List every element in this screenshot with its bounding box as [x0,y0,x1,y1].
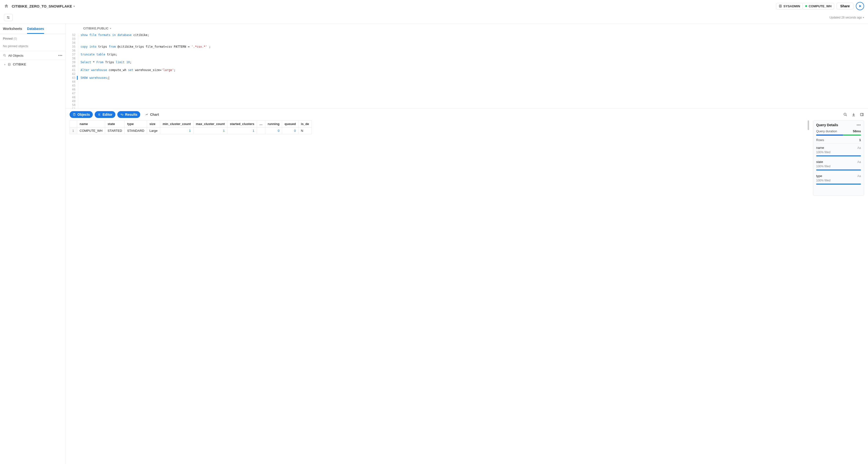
pill-results[interactable]: Results [117,111,141,118]
updated-text: Updated 28 seconds ago [830,16,862,19]
cell[interactable]: 1 [227,127,257,134]
tab-worksheets[interactable]: Worksheets [3,27,22,34]
pill-label: Objects [78,112,90,117]
cell[interactable]: STANDARD [125,127,147,134]
code-line[interactable] [81,37,868,41]
column-name: state [816,160,823,164]
column-header[interactable]: max_cluster_count [193,121,227,127]
panel-icon[interactable] [860,112,864,117]
scrollbar-thumb[interactable] [808,121,809,130]
filled-text: 100% filled [816,165,861,168]
search-icon[interactable] [843,112,847,117]
code-area[interactable]: show file formats in database citibike;c… [78,33,868,108]
code-line[interactable]: copy into trips from @citibike_trips fil… [81,45,868,48]
code-line[interactable]: show file formats in database citibike; [81,33,868,37]
code-line[interactable] [81,80,868,84]
svg-point-1 [780,6,780,6]
code-line[interactable] [81,88,868,92]
code-line[interactable] [81,103,868,107]
pill-editor[interactable]: Editor [95,111,115,118]
pill-chart[interactable]: Chart [142,111,162,118]
svg-line-14 [846,115,847,116]
cell[interactable]: N [299,127,312,134]
rows-label: Rows [816,138,824,142]
code-line[interactable] [81,84,868,88]
code-line[interactable] [81,107,868,108]
active-line-marker [77,76,78,80]
status-dot-icon [805,5,807,7]
home-icon[interactable] [4,4,9,8]
column-header[interactable]: is_de [299,121,312,127]
column-stat-card: stateAa100% filled [816,157,861,171]
svg-point-5 [8,18,9,19]
more-cell [257,127,265,134]
column-header[interactable]: size [147,121,160,127]
svg-point-9 [73,113,75,114]
column-header[interactable]: queued [282,121,299,127]
column-header[interactable]: running [265,121,282,127]
fill-bar [816,169,861,170]
scrollbar[interactable] [807,121,810,196]
table-row[interactable]: 1COMPUTE_WHSTARTEDSTANDARDLarge11100N [70,127,312,134]
cell[interactable]: 0 [282,127,299,134]
share-button[interactable]: Share [837,3,854,9]
run-button[interactable] [856,2,864,10]
sidebar-item-citibike[interactable]: ▸ CITIBIKE [0,60,65,69]
column-header[interactable]: started_clusters [227,121,257,127]
sliders-icon [6,15,10,20]
updated-timestamp[interactable]: Updated 28 seconds ago ▾ [830,16,864,19]
column-header[interactable]: min_cluster_count [160,121,193,127]
worksheet-title[interactable]: CITIBIKE_ZERO_TO_SNOWFLAKE ▾ [12,4,75,8]
warehouse-selector[interactable]: COMPUTE_WH [803,3,834,9]
column-stat-card: typeAa100% filled [816,171,861,186]
code-line[interactable]: truncate table trips; [81,53,868,57]
role-selector[interactable]: SYSADMIN [776,3,803,9]
play-icon [859,4,862,8]
cell[interactable]: Large [147,127,160,134]
code-line[interactable] [81,92,868,95]
main: Worksheets Databases Pinned (0) No pinne… [0,24,868,464]
code-line[interactable] [81,72,868,76]
code-line[interactable] [81,57,868,60]
cell[interactable]: STARTED [105,127,124,134]
code-line[interactable] [81,48,868,53]
sql-editor[interactable]: 3233343536373839404142434445464748495051… [66,33,868,108]
code-line[interactable]: Alter warehouse compute_wh set warehouse… [81,68,868,72]
results-bar: Objects Editor Results Chart [66,108,868,121]
download-icon[interactable] [851,112,856,117]
pill-objects[interactable]: Objects [70,111,93,118]
return-icon [120,113,124,116]
rows-row: Rows 1 [816,138,861,142]
tab-databases[interactable]: Databases [27,27,44,34]
details-title: Query Details [816,123,838,127]
column-header[interactable]: state [105,121,124,127]
sidebar-tabs: Worksheets Databases [0,24,65,34]
context-text: CITIBIKE.PUBLIC [83,27,108,30]
cell[interactable]: 0 [265,127,282,134]
column-header[interactable]: type [125,121,147,127]
code-line[interactable] [81,99,868,103]
filled-text: 100% filled [816,179,861,182]
code-line[interactable] [81,41,868,45]
more-icon[interactable]: ••• [857,123,861,127]
code-line[interactable]: SHOW warehouses; [81,76,868,80]
svg-point-6 [3,54,5,56]
context-selector[interactable]: CITIBIKE.PUBLIC ▾ [66,24,868,33]
code-line[interactable] [81,64,868,68]
details-header: Query Details ••• [816,123,861,127]
column-header[interactable]: name [77,121,105,127]
database-icon [7,63,11,66]
cell[interactable]: 1 [160,127,193,134]
cell[interactable]: COMPUTE_WH [77,127,105,134]
code-line[interactable] [81,95,868,99]
all-objects-row[interactable]: All Objects ••• [0,51,65,60]
more-columns-icon[interactable]: … [257,121,265,127]
more-icon[interactable]: ••• [58,54,63,57]
rows-value: 1 [859,138,861,142]
filter-button[interactable] [4,14,13,21]
results-grid-wrap: namestatetypesizemin_cluster_countmax_cl… [70,121,810,196]
pinned-label: Pinned [3,37,13,40]
code-line[interactable]: Select * From Trips limit 10; [81,60,868,64]
cell[interactable]: 1 [193,127,227,134]
duration-bar [816,134,861,136]
